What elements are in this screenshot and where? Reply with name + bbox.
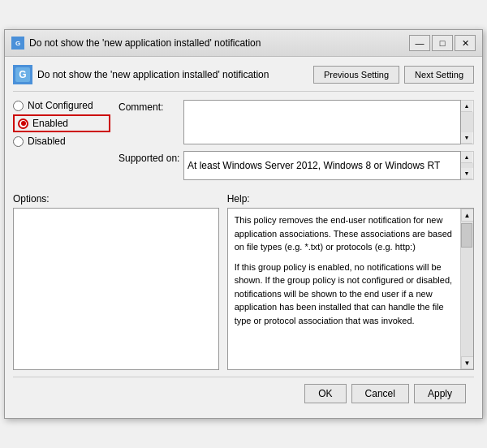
header-section: G Do not show the 'new application insta… — [13, 65, 474, 92]
policy-settings-window: G Do not show the 'new application insta… — [4, 29, 483, 419]
help-paragraph-2: If this group policy is enabled, no noti… — [235, 261, 454, 328]
comment-scroll-track — [461, 112, 473, 132]
help-scroll-up[interactable]: ▲ — [461, 209, 474, 222]
window-icon: G — [11, 37, 24, 50]
title-bar: G Do not show the 'new application insta… — [5, 30, 482, 57]
supported-value: At least Windows Server 2012, Windows 8 … — [183, 151, 461, 180]
window-content: G Do not show the 'new application insta… — [5, 57, 482, 418]
comment-scroll-up[interactable]: ▲ — [461, 101, 472, 112]
options-panel: Options: — [13, 193, 219, 370]
left-panel: Not Configured Enabled Disabled — [13, 100, 110, 187]
help-scroll-track — [461, 222, 473, 356]
comment-scroll-down[interactable]: ▼ — [461, 132, 472, 144]
svg-text:G: G — [15, 40, 20, 47]
options-label: Options: — [13, 193, 219, 205]
options-box — [13, 208, 219, 370]
policy-icon: G — [13, 65, 32, 84]
help-scroll-down[interactable]: ▼ — [461, 356, 474, 369]
cancel-button[interactable]: Cancel — [351, 384, 409, 403]
disabled-label: Disabled — [28, 136, 66, 147]
supported-scrollbar: ▲ ▼ — [461, 151, 474, 180]
footer: OK Cancel Apply — [13, 377, 474, 410]
minimize-button[interactable]: — — [409, 35, 430, 51]
enabled-label: Enabled — [32, 118, 68, 129]
supported-scroll-up[interactable]: ▲ — [461, 152, 472, 163]
apply-button[interactable]: Apply — [414, 384, 466, 403]
comment-row: Comment: ▲ ▼ — [119, 100, 474, 144]
help-label: Help: — [227, 193, 474, 205]
supported-scroll-down[interactable]: ▼ — [461, 168, 472, 179]
header-buttons: Previous Setting Next Setting — [313, 66, 474, 84]
header-left: G Do not show the 'new application insta… — [13, 65, 269, 84]
disabled-option[interactable]: Disabled — [13, 136, 110, 147]
close-button[interactable]: ✕ — [455, 35, 476, 51]
help-panel: Help: This policy removes the end-user n… — [227, 193, 474, 370]
window-title: Do not show the 'new application install… — [29, 37, 261, 49]
radio-group: Not Configured Enabled Disabled — [13, 100, 110, 147]
help-scroll-thumb[interactable] — [461, 223, 472, 248]
supported-wrapper: At least Windows Server 2012, Windows 8 … — [183, 151, 474, 180]
not-configured-label: Not Configured — [28, 100, 93, 111]
next-setting-button[interactable]: Next Setting — [404, 66, 474, 84]
not-configured-option[interactable]: Not Configured — [13, 100, 110, 111]
previous-setting-button[interactable]: Previous Setting — [313, 66, 399, 84]
help-text: This policy removes the end-user notific… — [228, 209, 460, 369]
right-panel: Comment: ▲ ▼ Supported on: At least — [119, 100, 474, 187]
supported-row: Supported on: At least Windows Server 20… — [119, 151, 474, 180]
help-scrollbar: ▲ ▼ — [460, 209, 473, 369]
comment-label: Comment: — [119, 100, 183, 113]
supported-label: Supported on: — [119, 151, 183, 164]
enabled-radio[interactable] — [18, 118, 28, 129]
policy-title: Do not show the 'new application install… — [37, 69, 269, 80]
help-box: This policy removes the end-user notific… — [227, 208, 474, 370]
comment-input[interactable] — [183, 100, 461, 144]
title-bar-left: G Do not show the 'new application insta… — [11, 37, 261, 50]
help-paragraph-1: This policy removes the end-user notific… — [235, 213, 454, 254]
ok-button[interactable]: OK — [304, 384, 346, 403]
options-help-section: Options: Help: This policy removes the e… — [13, 193, 474, 370]
maximize-button[interactable]: □ — [432, 35, 453, 51]
title-controls: — □ ✕ — [409, 35, 476, 51]
disabled-radio[interactable] — [13, 136, 24, 147]
svg-text:G: G — [19, 69, 26, 80]
main-body: Not Configured Enabled Disabled — [13, 100, 474, 187]
not-configured-radio[interactable] — [13, 101, 24, 111]
comment-scrollbar: ▲ ▼ — [461, 100, 474, 144]
enabled-option[interactable]: Enabled — [13, 114, 110, 132]
comment-wrapper: ▲ ▼ — [183, 100, 474, 144]
